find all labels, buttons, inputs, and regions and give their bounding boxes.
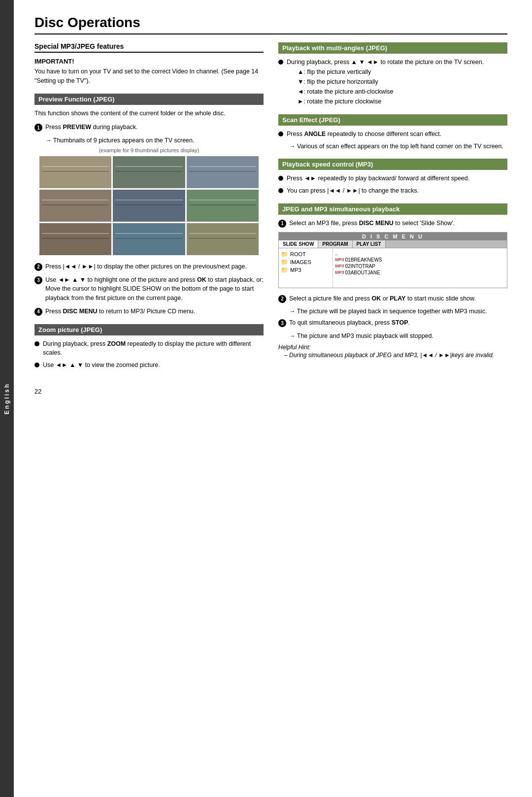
important-text: You have to turn on your TV and set to t… (34, 67, 264, 86)
right-column: Playback with multi-angles (JPEG) During… (278, 42, 507, 378)
thumb-2 (113, 156, 185, 188)
speed-bullet2: You can press |◄◄ / ►►| to change the tr… (278, 186, 507, 196)
preview-step2: 2 Press |◄◄ / ►►| to display the other p… (34, 262, 264, 271)
preview-bold: PREVIEW (63, 124, 91, 131)
thumb-8 (113, 223, 185, 255)
sim-step2-text: Select a picture file and press OK or PL… (289, 294, 476, 303)
step1-num: 1 (34, 124, 42, 132)
thumb-6 (187, 190, 259, 222)
sim-step2: 2 Select a picture file and press OK or … (278, 294, 507, 303)
multi-angle-bullet-text: During playback, press ▲ ▼ ◄► to rotate … (287, 58, 484, 106)
step4-num: 4 (34, 308, 42, 316)
file-tag-3: MP3 (335, 270, 344, 275)
scan-arrow: Various of scan effect appears on the to… (289, 142, 507, 151)
preview-intro: This function shows the content of the c… (34, 109, 264, 118)
step1-suffix: during playback. (91, 124, 138, 131)
step3-num: 3 (34, 276, 42, 284)
file-row-1: MP301BREAKNEWS (335, 257, 505, 263)
file-tag-1: MP3 (335, 257, 344, 262)
thumbnail-grid (39, 156, 259, 255)
speed-bullet1: Press ◄► repeatedly to play backward/ fo… (278, 174, 507, 183)
disc-menu-visual: D I S C M E N U SLIDE SHOW PROGRAM PLAY … (278, 232, 507, 288)
disc-menu-files: .. MP301BREAKNEWS MP302INTOTRAP MP303ABO… (333, 248, 507, 288)
speed-bullet2-text: You can press |◄◄ / ►►| to change the tr… (287, 186, 419, 196)
sim-step3: 3 To quit simultaneous playback, press S… (278, 318, 507, 328)
simultaneous-header: JPEG and MP3 simultaneous playback (278, 203, 507, 215)
folder-icon-images: 📁 (281, 259, 288, 266)
disc-tab-playlist: PLAY LIST (353, 240, 386, 248)
thumb-1 (39, 156, 111, 188)
preview-section-header: Preview Function (JPEG) (34, 94, 264, 105)
preview-step3: 3 Use ◄► ▲ ▼ to highlight one of the pic… (34, 275, 264, 303)
sim-step3-num: 3 (278, 319, 286, 327)
step4-bold: DISC MENU (63, 308, 97, 315)
file-row-2: MP302INTOTRAP (335, 263, 505, 269)
zoom-bold: ZOOM (107, 340, 126, 347)
folder-images: 📁IMAGES (281, 258, 331, 266)
folder-root: 📁ROOT (281, 250, 331, 258)
multi-angle-bullet1: During playback, press ▲ ▼ ◄► to rotate … (278, 58, 507, 106)
thumb-4 (39, 190, 111, 222)
disc-menu-body: 📁ROOT 📁IMAGES 📁MP3 .. (279, 248, 507, 288)
multi-angle-subs: ▲: flip the picture vertically ▼: flip t… (298, 67, 484, 106)
special-section-header: Special MP3/JPEG features (34, 42, 264, 53)
zoom-bullet1-prefix: During playback, press (43, 340, 107, 347)
thumb-9 (187, 223, 259, 255)
scan-section-header: Scan Effect (JPEG) (278, 114, 507, 126)
sim-step3-arrow: The picture and MP3 music playback will … (289, 332, 507, 341)
helpful-hint-text: – During simultaneous playback of JPEG a… (284, 351, 507, 360)
disc-menu-title: D I S C M E N U (279, 232, 507, 240)
thumb-3 (187, 156, 259, 188)
step1-arrow: Thumbnails of 9 pictures appears on the … (45, 136, 264, 145)
scan-bullet1: Press ANGLE repeatedly to choose differe… (278, 130, 507, 139)
multi-angle-header: Playback with multi-angles (JPEG) (278, 42, 507, 54)
helpful-hint-label: Helpful Hint: (278, 344, 507, 351)
folder-icon-mp3: 📁 (281, 266, 288, 273)
page-title: Disc Operations (34, 15, 507, 34)
file-row-3: MP303ABOUTJANE (335, 269, 505, 276)
step2-text: Press |◄◄ / ►►| to display the other pic… (45, 262, 247, 271)
step3-extra: Move the cursor to highlight SLIDE SHOW … (45, 285, 254, 301)
special-mp3-jpeg-section: Special MP3/JPEG features IMPORTANT! You… (34, 42, 264, 86)
preview-step4: 4 Press DISC MENU to return to MP3/ Pict… (34, 307, 264, 316)
sim-step1: 1 Select an MP3 file, press DISC MENU to… (278, 219, 507, 228)
speed-bullet2-circle (278, 188, 283, 193)
step3-suffix: to start playback, or; (206, 276, 264, 283)
sim-step2-num: 2 (278, 295, 286, 303)
simultaneous-section: JPEG and MP3 simultaneous playback 1 Sel… (278, 203, 507, 360)
thumb-7 (39, 223, 111, 255)
step3-prefix: Use ◄► ▲ ▼ to highlight one of the pictu… (45, 276, 197, 283)
speed-bullet1-circle (278, 176, 283, 181)
example-caption: (example for 9 thumbnail pictures displa… (34, 147, 264, 153)
page-number: 22 (34, 388, 507, 395)
important-label: IMPORTANT! (34, 58, 264, 65)
disc-tab-slideshow: SLIDE SHOW (279, 240, 318, 248)
disc-menu-folders: 📁ROOT 📁IMAGES 📁MP3 (279, 248, 333, 288)
step2-num: 2 (34, 263, 42, 271)
folder-mp3: 📁MP3 (281, 266, 331, 274)
step3-ok-bold: OK (197, 276, 206, 283)
step4-suffix: to return to MP3/ Picture CD menu. (98, 308, 196, 315)
folder-icon-root: 📁 (281, 251, 288, 258)
speed-section: Playback speed control (MP3) Press ◄► re… (278, 159, 507, 196)
speed-bullet1-text: Press ◄► repeatedly to play backward/ fo… (287, 174, 469, 183)
zoom-bullet2-text: Use ◄► ▲ ▼ to view the zoomed picture. (43, 361, 160, 370)
zoom-bullet2: Use ◄► ▲ ▼ to view the zoomed picture. (34, 361, 264, 370)
zoom-bullet1-circle (34, 341, 39, 346)
sim-step3-text: To quit simultaneous playback, press STO… (289, 318, 410, 328)
sub3: ◄: rotate the picture anti-clockwise (298, 87, 484, 97)
speed-section-header: Playback speed control (MP3) (278, 159, 507, 170)
file-row-dotdot: .. (335, 250, 505, 257)
preview-step1: 1 Press PREVIEW during playback. (34, 123, 264, 132)
sim-step1-num: 1 (278, 220, 286, 228)
multi-angle-section: Playback with multi-angles (JPEG) During… (278, 42, 507, 106)
sub1: ▲: flip the picture vertically (298, 67, 484, 77)
zoom-section-header: Zoom picture (JPEG) (34, 324, 264, 335)
step4-text: Press DISC MENU to return to MP3/ Pictur… (45, 307, 195, 316)
scan-bullet-circle (278, 132, 283, 136)
sub2: ▼: flip the picture horizontally (298, 77, 484, 87)
disc-menu-tabs: SLIDE SHOW PROGRAM PLAY LIST (279, 240, 507, 248)
file-tag-2: MP3 (335, 264, 344, 268)
step3-text: Use ◄► ▲ ▼ to highlight one of the pictu… (45, 275, 264, 303)
sim-step1-text: Select an MP3 file, press DISC MENU to s… (289, 219, 455, 228)
